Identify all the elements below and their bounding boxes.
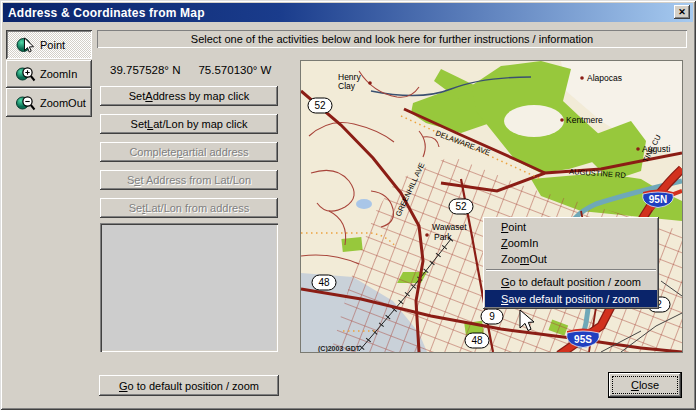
tool-point-button[interactable]: Point bbox=[6, 30, 92, 59]
menu-item-save-default[interactable]: Save default position / zoom bbox=[485, 290, 657, 307]
instruction-text: Select one of the activities below and l… bbox=[191, 33, 593, 45]
instruction-bar: Select one of the activities below and l… bbox=[97, 30, 687, 48]
menu-item-point[interactable]: Point bbox=[485, 219, 657, 235]
tool-zoomin-label: ZoomIn bbox=[40, 68, 77, 80]
dialog-address-coordinates: Address & Coordinates from Map ✕ Point Z… bbox=[0, 0, 696, 410]
close-window-button[interactable]: ✕ bbox=[674, 5, 690, 19]
point-globe-cursor-icon bbox=[16, 36, 36, 54]
svg-text:Clay: Clay bbox=[338, 81, 356, 91]
svg-text:Alapocas: Alapocas bbox=[587, 73, 622, 83]
menu-item-zoomin[interactable]: ZoomIn bbox=[485, 235, 657, 251]
set-latlon-by-map-click-button[interactable]: Set Lat/Lon by map click bbox=[100, 114, 278, 134]
svg-text:52: 52 bbox=[455, 201, 467, 212]
complete-partial-address-button[interactable]: Complete partial address bbox=[100, 142, 278, 162]
tool-zoomout-button[interactable]: ZoomOut bbox=[6, 88, 92, 117]
latitude-value: 39.757528° N bbox=[110, 64, 180, 76]
menu-item-zoomout[interactable]: ZoomOut bbox=[485, 251, 657, 267]
svg-text:48: 48 bbox=[318, 277, 330, 288]
close-icon: ✕ bbox=[678, 7, 686, 17]
zoom-out-icon bbox=[16, 94, 36, 112]
results-listbox[interactable] bbox=[100, 223, 278, 352]
tool-point-label: Point bbox=[40, 39, 65, 51]
menu-separator bbox=[486, 269, 656, 271]
map-context-menu: Point ZoomIn ZoomOut Go to default posit… bbox=[483, 217, 659, 309]
map-view[interactable]: Henry Clay Alapocas Kentmere Augusti Waw… bbox=[300, 60, 683, 353]
svg-text:9: 9 bbox=[489, 311, 495, 322]
svg-text:95N: 95N bbox=[649, 194, 667, 205]
go-to-default-button[interactable]: Go to default position / zoom bbox=[99, 375, 279, 396]
set-address-from-latlon-button[interactable]: Set Address from Lat/Lon bbox=[100, 170, 278, 190]
map-pond bbox=[356, 199, 372, 209]
svg-text:(C)2003 GDT: (C)2003 GDT bbox=[318, 345, 361, 352]
zoom-in-icon bbox=[16, 65, 36, 83]
set-address-by-map-click-button[interactable]: Set Address by map click bbox=[100, 86, 278, 106]
svg-text:52: 52 bbox=[314, 100, 326, 111]
set-latlon-from-address-button[interactable]: Set Lat/Lon from address bbox=[100, 198, 278, 218]
title-bar[interactable]: Address & Coordinates from Map ✕ bbox=[3, 3, 693, 22]
coordinate-readout: 39.757528° N 75.570130° W bbox=[110, 64, 271, 76]
svg-text:48: 48 bbox=[471, 335, 483, 346]
longitude-value: 75.570130° W bbox=[198, 64, 271, 76]
svg-text:95S: 95S bbox=[574, 334, 592, 345]
svg-text:Park: Park bbox=[434, 232, 452, 242]
svg-text:Wawaset: Wawaset bbox=[432, 222, 467, 232]
menu-item-go-default[interactable]: Go to default position / zoom bbox=[485, 273, 657, 290]
tool-zoomin-button[interactable]: ZoomIn bbox=[6, 60, 92, 88]
close-button[interactable]: Close bbox=[608, 372, 682, 398]
window-title: Address & Coordinates from Map bbox=[8, 6, 205, 20]
tool-zoomout-label: ZoomOut bbox=[40, 97, 86, 109]
mouse-cursor-icon bbox=[518, 309, 536, 335]
svg-text:Kentmere: Kentmere bbox=[566, 115, 603, 125]
